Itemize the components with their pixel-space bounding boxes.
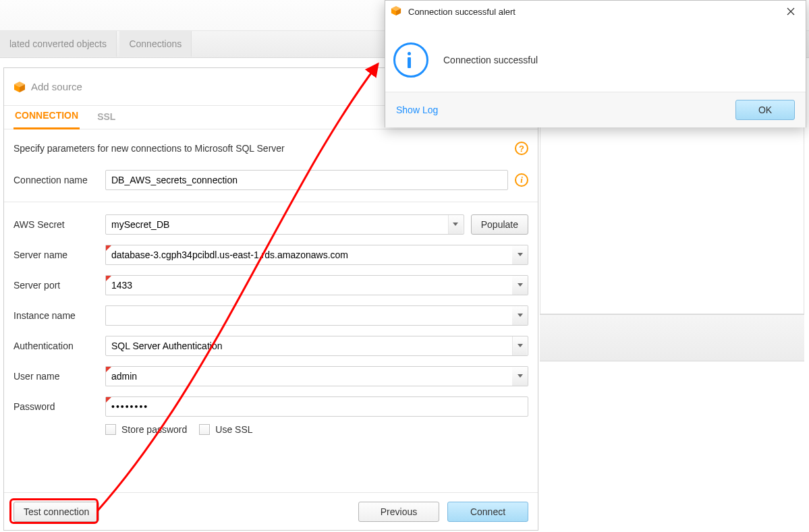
alert-body: Connection successful: [385, 22, 806, 92]
tab-ssl[interactable]: SSL: [96, 106, 117, 129]
authentication-select[interactable]: SQL Server Authentication: [105, 336, 528, 356]
password-field[interactable]: [105, 396, 528, 417]
use-ssl-label: Use SSL: [215, 424, 252, 435]
show-log-link[interactable]: Show Log: [396, 105, 438, 115]
cube-icon: [13, 81, 26, 93]
tab-converted-objects[interactable]: lated converted objects: [0, 31, 117, 57]
cube-icon: [391, 5, 403, 18]
store-password-label: Store password: [121, 424, 187, 435]
alert-message: Connection successful: [443, 55, 538, 65]
required-mark-icon: [106, 245, 111, 251]
authentication-label: Authentication: [13, 341, 105, 351]
wizard-footer: Test connection Previous Connect: [4, 492, 538, 530]
server-port-field[interactable]: [105, 275, 512, 295]
connection-name-field[interactable]: [105, 170, 508, 190]
chevron-down-icon[interactable]: [512, 245, 528, 265]
chevron-down-icon[interactable]: [512, 275, 528, 295]
required-mark-icon: [106, 397, 111, 403]
authentication-value: SQL Server Authentication: [111, 336, 222, 355]
form-area: Specify parameters for new connections t…: [4, 129, 538, 435]
tab-connection[interactable]: CONNECTION: [13, 105, 80, 129]
server-port-label: Server port: [13, 280, 105, 291]
server-name-label: Server name: [13, 249, 105, 260]
info-icon: [393, 42, 428, 78]
info-icon[interactable]: i: [515, 173, 528, 187]
alert-title: Connection successful alert: [408, 7, 783, 17]
chevron-down-icon[interactable]: [512, 305, 528, 326]
use-ssl-checkbox[interactable]: Use SSL: [199, 424, 252, 435]
previous-button[interactable]: Previous: [358, 502, 439, 522]
password-label: Password: [13, 401, 105, 412]
instance-name-label: Instance name: [13, 310, 105, 321]
help-icon[interactable]: ?: [515, 142, 528, 155]
right-panel-mid: [540, 314, 804, 361]
populate-button[interactable]: Populate: [471, 214, 528, 235]
add-source-wizard: Add source CONNECTION SSL Specify parame…: [3, 67, 538, 531]
separator-line: [4, 202, 538, 202]
test-connection-button[interactable]: Test connection: [13, 502, 99, 522]
chevron-down-icon[interactable]: [448, 215, 463, 234]
wizard-title: Add source: [31, 81, 82, 92]
server-name-field[interactable]: [105, 245, 512, 265]
aws-secret-select[interactable]: mySecret_DB: [105, 214, 464, 235]
tab-connections[interactable]: Connections: [119, 31, 192, 57]
close-icon[interactable]: [783, 3, 799, 20]
required-mark-icon: [106, 276, 111, 281]
ok-button[interactable]: OK: [735, 100, 795, 120]
instance-name-field[interactable]: [105, 305, 512, 326]
alert-footer: Show Log OK: [385, 92, 806, 127]
checkbox-icon: [105, 424, 116, 435]
store-password-checkbox[interactable]: Store password: [105, 424, 187, 435]
username-field[interactable]: [105, 366, 512, 386]
alert-titlebar: Connection successful alert: [385, 1, 806, 22]
chevron-down-icon[interactable]: [512, 366, 528, 386]
chevron-down-icon[interactable]: [512, 336, 527, 355]
required-mark-icon: [106, 367, 111, 372]
username-label: User name: [13, 371, 105, 382]
checkbox-icon: [199, 424, 210, 435]
instruction-text: Specify parameters for new connections t…: [13, 143, 285, 154]
connection-successful-alert: Connection successful alert Connection s…: [385, 0, 806, 127]
aws-secret-value: mySecret_DB: [111, 215, 169, 234]
connect-button[interactable]: Connect: [447, 502, 528, 522]
aws-secret-label: AWS Secret: [13, 219, 105, 230]
connection-name-label: Connection name: [13, 175, 105, 185]
